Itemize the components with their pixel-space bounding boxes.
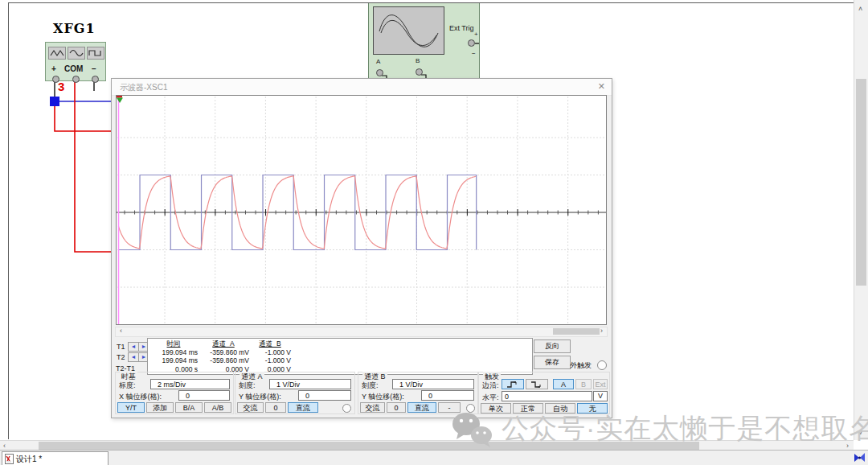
col-header-chb: 通道_B xyxy=(249,339,291,348)
function-generator-xfg1[interactable]: + COM − xyxy=(45,42,106,81)
t2-chb: -1.000 V xyxy=(249,356,291,365)
scope-display xyxy=(116,95,607,325)
measurement-readout: 时间 通道_A 通道_B 199.094 ms -359.860 mV -1.0… xyxy=(147,338,533,375)
channel-b-ypos-input[interactable] xyxy=(421,390,474,401)
channel-a-terminal[interactable] xyxy=(376,69,383,76)
ext-trig-label: Ext Trig xyxy=(449,24,474,32)
scroll-up-icon[interactable]: ˄ xyxy=(858,5,862,13)
scope-scrollbar-thumb[interactable] xyxy=(553,328,600,335)
trigger-level-label: 水平: xyxy=(482,393,499,403)
t1-cha: -359.860 mV xyxy=(198,348,249,357)
minus-terminal[interactable] xyxy=(92,76,99,83)
channel-a-terminal-label: A xyxy=(376,58,380,65)
channel-a-ac-button[interactable]: 交流 xyxy=(237,402,264,413)
scroll-left-icon[interactable]: ‹ xyxy=(3,442,6,450)
channel-a-ypos-label: Y 轴位移(格): xyxy=(239,392,281,402)
trigger-source-b-button[interactable]: B xyxy=(575,379,592,389)
oscilloscope-window: 示波器-XSC1 ✕ ‹ › T1 ◄ ► T2 ◄ ► T2-T1 时间 通道… xyxy=(111,78,612,418)
multisim-workspace: XFG1 + COM − 3 Ext Trig + − xyxy=(0,0,868,465)
trigger-source-ext-button[interactable]: Ext xyxy=(593,379,608,389)
add-mode-button[interactable]: 添加 xyxy=(146,402,174,413)
close-icon[interactable]: ✕ xyxy=(598,81,605,92)
channel-a-scale-label: 刻度: xyxy=(239,381,256,391)
trigger-level-input[interactable] xyxy=(502,391,592,401)
falling-edge-icon[interactable] xyxy=(526,379,548,389)
wire-red-1 xyxy=(55,106,113,131)
sine-wave-icon[interactable] xyxy=(68,47,85,60)
ext-trig-terminal[interactable] xyxy=(468,39,475,47)
trigger-level-unit: V xyxy=(593,391,608,401)
timebase-scale-label: 标度: xyxy=(119,381,136,391)
save-button[interactable]: 保存 xyxy=(534,356,571,369)
com-terminal[interactable] xyxy=(72,76,80,83)
channel-b-terminal-label: B xyxy=(416,57,420,64)
channel-a-zero-button[interactable]: 0 xyxy=(265,402,286,413)
channel-a-section: 通道 A 刻度: Y 轴位移(格): 交流 0 直流 xyxy=(235,372,355,414)
net-number-label: 3 xyxy=(58,80,64,93)
channel-b-scale-input[interactable] xyxy=(392,379,474,389)
channel-a-scale-input[interactable] xyxy=(269,379,351,389)
col-header-time: 时间 xyxy=(149,339,198,348)
timebase-xpos-input[interactable] xyxy=(178,390,230,401)
ba-mode-button[interactable]: B/A xyxy=(175,402,203,413)
t2-time: 199.094 ms xyxy=(149,356,198,365)
channel-b-dc-button[interactable]: 直流 xyxy=(407,402,436,413)
plus-terminal-label: + xyxy=(51,64,56,73)
oscilloscope-screen-icon xyxy=(373,6,444,55)
triangle-wave-icon[interactable] xyxy=(48,47,66,60)
scroll-left-icon[interactable]: ‹ xyxy=(117,327,125,335)
scope-traces xyxy=(117,96,606,324)
cursor-t1-label: T1 xyxy=(117,343,125,351)
yt-mode-button[interactable]: Y/T xyxy=(117,402,145,413)
minus-terminal-label: − xyxy=(92,64,96,73)
timebase-xpos-label: X 轴位移(格): xyxy=(119,392,162,402)
scope-title-bar[interactable]: 示波器-XSC1 ✕ xyxy=(112,79,612,96)
channel-b-terminal[interactable] xyxy=(416,68,423,76)
trigger-edge-label: 边沿: xyxy=(482,381,499,391)
ab-mode-button[interactable]: A/B xyxy=(204,402,231,413)
canvas-left-border xyxy=(8,2,9,439)
channel-b-scale-label: 刻度: xyxy=(362,381,379,391)
ext-trig-plus: + xyxy=(474,31,478,38)
t1-chb: -1.000 V xyxy=(249,348,291,357)
rising-edge-icon[interactable] xyxy=(502,379,524,389)
multisim-logo-icon xyxy=(854,452,866,463)
channel-b-zero-button[interactable]: 0 xyxy=(387,402,406,413)
reverse-button[interactable]: 反向 xyxy=(534,339,571,353)
scope-window-title: 示波器-XSC1 xyxy=(120,82,167,93)
t1-left-arrow-button[interactable]: ◄ xyxy=(128,342,139,352)
tab-label: 设计1 * xyxy=(16,454,42,465)
timebase-scale-input[interactable] xyxy=(150,379,230,389)
t2-cursor-handle xyxy=(117,98,123,104)
wire-red-2 xyxy=(75,80,113,252)
t1-cursor-handle xyxy=(117,96,122,98)
t2-cha: -359.860 mV xyxy=(198,356,249,365)
channel-a-ypos-input[interactable] xyxy=(298,390,351,401)
col-header-cha: 通道_A xyxy=(198,339,249,348)
watermark-text: 公众号·实在太懒于是不想取名 xyxy=(502,410,868,447)
scope-h-scrollbar[interactable]: ‹ › xyxy=(115,327,608,337)
xfg1-refdes: XFG1 xyxy=(53,21,96,36)
square-wave-icon[interactable] xyxy=(87,47,104,60)
channel-b-section: 通道 B 刻度: Y 轴位移(格): 交流 0 直流 - xyxy=(358,372,478,414)
v-scrollbar-thumb[interactable] xyxy=(856,79,866,286)
canvas-v-scrollbar[interactable]: ˄ ˅ xyxy=(854,0,868,440)
tab-design1[interactable]: 设计1 * xyxy=(2,451,108,465)
junction-node xyxy=(50,97,59,106)
channel-a-dc-button[interactable]: 直流 xyxy=(288,402,318,413)
t2-left-arrow-button[interactable]: ◄ xyxy=(128,352,139,362)
trigger-section: 触发 边沿: A B Ext 水平: V 单次 正常 自动 无 xyxy=(478,372,610,414)
ext-trigger-radio[interactable] xyxy=(597,360,607,370)
ext-trig-minus: − xyxy=(472,50,476,57)
watermark: 公众号·实在太懒于是不想取名 xyxy=(450,410,868,447)
sheet-tab-bar: 设计1 * xyxy=(0,450,868,465)
channel-b-ypos-label: Y 轴位移(格): xyxy=(362,392,404,402)
ext-trigger-label: 外触发 xyxy=(570,360,592,371)
timebase-section: 时基 标度: X 轴位移(格): Y/T 添加 B/A A/B xyxy=(115,372,234,414)
schematic-doc-icon xyxy=(5,454,14,464)
channel-a-radio[interactable] xyxy=(342,404,351,413)
cursor-t2-label: T2 xyxy=(117,353,125,361)
oscilloscope-component-xsc1[interactable]: Ext Trig + − A B xyxy=(368,3,480,79)
channel-b-ac-button[interactable]: 交流 xyxy=(360,402,385,413)
trigger-source-a-button[interactable]: A xyxy=(553,379,574,389)
